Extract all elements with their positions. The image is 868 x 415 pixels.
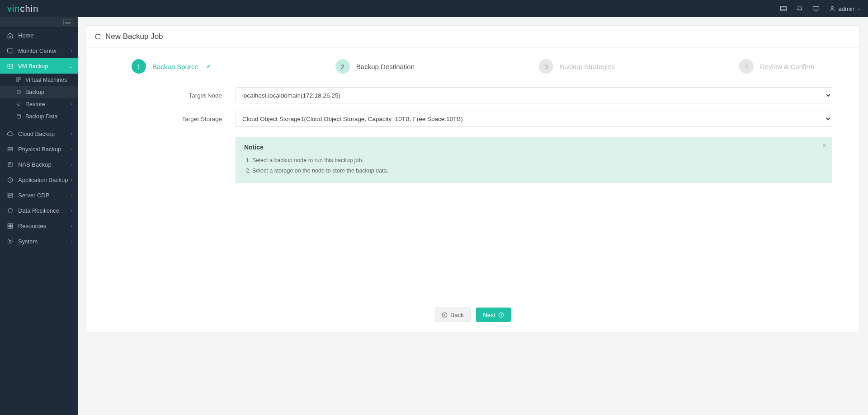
- chevron-left-icon: ‹: [71, 177, 72, 182]
- monitor-center-icon: [6, 47, 14, 54]
- step-label: Backup Strategies: [560, 63, 615, 70]
- sidebar-item-nas-backup[interactable]: NAS Backup ‹: [0, 157, 78, 172]
- svg-rect-0: [780, 6, 786, 11]
- panel: New Backup Job 1 Backup Source ✔ 2 Backu…: [86, 25, 860, 332]
- panel-body: 1 Backup Source ✔ 2 Backup Destination 3…: [86, 48, 859, 301]
- notice-line: Select a backup node to run this backup …: [252, 155, 824, 166]
- hamburger-icon[interactable]: [63, 19, 72, 25]
- svg-rect-24: [8, 224, 10, 226]
- cloud-backup-icon: [6, 130, 14, 137]
- sidebar-item-system[interactable]: System ‹: [0, 233, 78, 249]
- sidebar: Home Monitor Center ‹ VM Backup ⌄ Virtua…: [0, 17, 78, 415]
- main-content: New Backup Job 1 Backup Source ✔ 2 Backu…: [78, 17, 868, 415]
- backup-icon: [15, 89, 22, 95]
- target-node-select[interactable]: localhost.localdomain(172.18.26.25): [236, 87, 832, 103]
- sidebar-sub-label: Backup Data: [25, 113, 58, 120]
- svg-rect-12: [16, 80, 18, 82]
- step-label: Review & Confirm: [760, 63, 814, 70]
- system-icon: [6, 238, 14, 245]
- step-number: 4: [739, 59, 754, 74]
- back-button[interactable]: Back: [435, 308, 471, 322]
- bell-icon[interactable]: [796, 5, 803, 12]
- svg-rect-7: [7, 49, 13, 52]
- sidebar-item-label: VM Backup: [18, 63, 69, 70]
- step-label: Backup Destination: [356, 63, 415, 70]
- top-bar-right: admin ⌄: [780, 5, 861, 12]
- sidebar-item-application-backup[interactable]: Application Backup ‹: [0, 172, 78, 187]
- sidebar-toggle-row: [0, 17, 78, 28]
- sidebar-item-label: Data Resilience: [18, 207, 71, 214]
- panel-footer: Back Next: [86, 301, 859, 332]
- svg-rect-9: [8, 64, 13, 68]
- sidebar-item-vm-backup[interactable]: VM Backup ⌄: [0, 58, 78, 74]
- notice-box: × Notice Select a backup node to run thi…: [236, 137, 832, 183]
- svg-rect-10: [16, 78, 18, 79]
- panel-header: New Backup Job: [86, 26, 859, 48]
- step-4: 4 Review & Confirm: [739, 59, 814, 74]
- virtual-machines-icon: [15, 77, 22, 83]
- sidebar-item-label: NAS Backup: [18, 161, 71, 168]
- sidebar-item-label: Home: [18, 32, 72, 39]
- sidebar-item-cloud-backup[interactable]: Cloud Backup ‹: [0, 126, 78, 141]
- sidebar-sub-restore[interactable]: Restore ‹: [0, 98, 78, 110]
- step-number: 3: [539, 59, 553, 74]
- chevron-down-icon: ⌄: [69, 64, 72, 69]
- logo: vinchin: [7, 4, 38, 14]
- sidebar-item-label: Cloud Backup: [18, 131, 71, 137]
- step-3: 3 Backup Strategies: [539, 59, 615, 74]
- notice-line: Select a storage on the node to store th…: [252, 166, 824, 176]
- user-label: admin: [839, 5, 854, 12]
- sidebar-sub-label: Restore: [25, 101, 45, 107]
- chevron-left-icon: ‹: [71, 162, 72, 167]
- sidebar-item-physical-backup[interactable]: Physical Backup ‹: [0, 141, 78, 157]
- home-icon: [6, 32, 14, 39]
- step-1[interactable]: 1 Backup Source ✔: [132, 59, 211, 74]
- close-icon[interactable]: ×: [822, 142, 826, 150]
- sidebar-sub-backup-data[interactable]: Backup Data: [0, 110, 78, 122]
- sidebar-item-label: Resources: [18, 223, 71, 229]
- notice-title: Notice: [244, 144, 824, 151]
- data-resilience-icon: [6, 207, 14, 214]
- svg-point-22: [9, 194, 9, 194]
- step-2[interactable]: 2 Backup Destination: [335, 59, 415, 74]
- check-icon: ✔: [207, 63, 211, 70]
- form-row-target-node: Target Node localhost.localdomain(172.18…: [113, 87, 832, 103]
- svg-point-17: [9, 163, 10, 164]
- chevron-left-icon: ‹: [71, 48, 72, 53]
- wizard-steps: 1 Backup Source ✔ 2 Backup Destination 3…: [132, 59, 814, 74]
- sidebar-item-resources[interactable]: Resources ‹: [0, 218, 78, 233]
- svg-rect-3: [813, 6, 819, 10]
- grid-icon[interactable]: [780, 5, 787, 12]
- target-storage-label: Target Storage: [113, 116, 236, 122]
- chevron-left-icon: ‹: [71, 147, 72, 152]
- svg-point-18: [10, 163, 11, 164]
- resources-icon: [6, 222, 14, 229]
- chevron-left-icon: ‹: [71, 224, 72, 228]
- next-button[interactable]: Next: [476, 308, 511, 322]
- sidebar-sub-virtual-machines[interactable]: Virtual Machines: [0, 74, 78, 86]
- sidebar-item-server-cdp[interactable]: Server CDP ‹: [0, 187, 78, 203]
- user-menu[interactable]: admin ⌄: [829, 5, 861, 12]
- chevron-left-icon: ‹: [71, 208, 72, 213]
- svg-point-23: [9, 196, 9, 196]
- svg-rect-11: [19, 78, 21, 79]
- svg-rect-15: [8, 149, 13, 151]
- svg-point-6: [831, 6, 833, 9]
- svg-rect-27: [10, 226, 13, 228]
- sidebar-sub-backup[interactable]: Backup: [0, 86, 78, 98]
- refresh-icon: [94, 33, 101, 40]
- svg-rect-26: [8, 226, 10, 228]
- monitor-icon[interactable]: [812, 5, 820, 12]
- chevron-down-icon: ⌄: [857, 6, 861, 11]
- svg-rect-25: [10, 224, 13, 226]
- target-storage-select[interactable]: Cloud Object Storage1(Cloud Object Stora…: [236, 111, 832, 127]
- application-backup-icon: [6, 176, 14, 183]
- chevron-left-icon: ‹: [71, 131, 72, 136]
- sidebar-item-data-resilience[interactable]: Data Resilience ‹: [0, 203, 78, 218]
- svg-rect-16: [8, 163, 12, 167]
- physical-backup-icon: [6, 145, 14, 153]
- sidebar-sub-label: Virtual Machines: [25, 77, 67, 83]
- vm-backup-icon: [6, 62, 14, 70]
- sidebar-item-monitor-center[interactable]: Monitor Center ‹: [0, 43, 78, 58]
- sidebar-item-home[interactable]: Home: [0, 28, 78, 43]
